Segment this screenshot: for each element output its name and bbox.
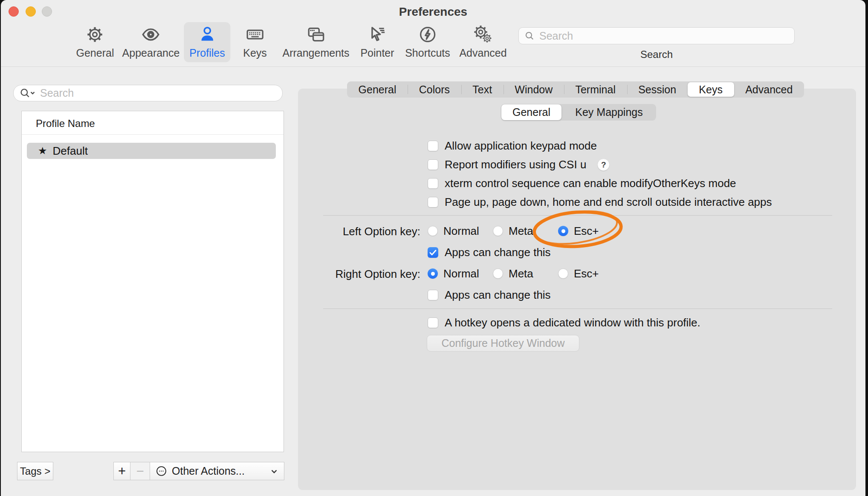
- right-option-normal[interactable]: Normal: [428, 268, 479, 280]
- configure-hotkey-window-button[interactable]: Configure Hotkey Window: [427, 335, 579, 352]
- subtab-general[interactable]: General: [501, 104, 561, 120]
- toolbar-label: Shortcuts: [405, 47, 450, 59]
- tab-keys[interactable]: Keys: [688, 82, 734, 97]
- remove-profile-button[interactable]: −: [130, 462, 150, 480]
- tab-session[interactable]: Session: [627, 81, 688, 98]
- toolbar-item-advanced[interactable]: Advanced: [454, 22, 512, 62]
- radio-icon-selected[interactable]: [558, 226, 568, 236]
- ellipsis-circle-icon: [156, 465, 167, 477]
- toolbar-item-appearance[interactable]: Appearance: [117, 22, 185, 62]
- toolbar-label: Profiles: [189, 47, 225, 59]
- tab-advanced[interactable]: Advanced: [734, 81, 804, 98]
- radio-icon[interactable]: [493, 268, 503, 279]
- toolbar-label: Pointer: [360, 47, 394, 59]
- toolbar-divider: [1, 66, 865, 67]
- checkbox-row: Apps can change this: [428, 289, 551, 301]
- tab-general[interactable]: General: [347, 81, 408, 98]
- section-divider: [323, 215, 832, 216]
- checkbox-label: Allow application keypad mode: [445, 139, 597, 153]
- section-divider: [323, 309, 832, 309]
- search-icon: [524, 30, 535, 42]
- other-actions-dropdown[interactable]: Other Actions...: [150, 462, 284, 480]
- csi-u-checkbox[interactable]: [428, 159, 438, 170]
- tab-window[interactable]: Window: [503, 81, 564, 98]
- toolbar-search-input[interactable]: [539, 30, 789, 42]
- allow-keypad-checkbox[interactable]: [428, 141, 438, 151]
- right-option-meta[interactable]: Meta: [493, 268, 533, 280]
- toolbar-item-general[interactable]: General: [71, 22, 120, 62]
- subtab-key-mappings[interactable]: Key Mappings: [562, 104, 656, 121]
- checkbox-label: xterm control sequence can enable modify…: [445, 177, 736, 190]
- checkbox-label: A hotkey opens a dedicated window with t…: [445, 316, 700, 329]
- radio-icon[interactable]: [428, 226, 438, 236]
- tab-colors[interactable]: Colors: [408, 81, 461, 98]
- keys-subtab-bar: General Key Mappings: [501, 104, 656, 121]
- right-option-key-label: Right Option key:: [274, 268, 420, 281]
- checkbox-label: Apps can change this: [445, 288, 551, 302]
- checkbox-row: Apps can change this: [428, 246, 551, 259]
- left-option-meta[interactable]: Meta: [493, 225, 533, 237]
- toolbar-item-shortcuts[interactable]: Shortcuts: [399, 22, 456, 62]
- page-scroll-checkbox[interactable]: [428, 197, 438, 208]
- radio-icon[interactable]: [558, 268, 568, 279]
- radio-label: Meta: [509, 225, 533, 238]
- preferences-window: Preferences General Appearance Profiles …: [1, 0, 865, 496]
- toolbar-item-pointer[interactable]: Pointer: [355, 22, 399, 62]
- toolbar-label: Arrangements: [282, 47, 349, 59]
- left-option-esc[interactable]: Esc+: [558, 225, 599, 237]
- radio-icon[interactable]: [493, 226, 503, 236]
- checkbox-row: Report modifiers using CSI u ?: [428, 159, 610, 171]
- checkbox-label: Apps can change this: [445, 246, 551, 259]
- profile-row-default[interactable]: ★ Default: [27, 143, 276, 159]
- profile-search-input[interactable]: [40, 87, 277, 99]
- checkbox-label: Report modifiers using CSI u: [445, 158, 586, 171]
- cursor-icon: [367, 25, 387, 46]
- left-option-normal[interactable]: Normal: [428, 225, 479, 237]
- radio-label: Esc+: [574, 225, 599, 238]
- radio-label: Normal: [443, 225, 479, 238]
- profile-tab-bar: General Colors Text Window Terminal Sess…: [347, 81, 804, 98]
- toolbar-search-label: Search: [518, 49, 795, 61]
- radio-icon-selected[interactable]: [428, 268, 438, 279]
- toolbar-label: General: [76, 47, 114, 59]
- checkbox-label: Page up, page down, home and end scroll …: [445, 196, 772, 209]
- toolbar-item-keys[interactable]: Keys: [237, 22, 272, 62]
- toolbar-label: Appearance: [122, 47, 180, 59]
- tags-button[interactable]: Tags >: [17, 462, 53, 480]
- windows-icon: [306, 25, 326, 46]
- person-icon: [197, 25, 217, 46]
- right-option-esc[interactable]: Esc+: [558, 268, 599, 280]
- checkbox-row: Page up, page down, home and end scroll …: [428, 196, 772, 208]
- checkbox-row: Allow application keypad mode: [428, 140, 597, 152]
- help-button[interactable]: ?: [597, 159, 610, 171]
- add-profile-button[interactable]: +: [113, 462, 130, 480]
- list-header-divider: [22, 134, 284, 135]
- left-option-key-label: Left Option key:: [274, 225, 420, 238]
- profile-list-header: Profile Name: [36, 118, 95, 130]
- modify-other-keys-checkbox[interactable]: [428, 178, 438, 189]
- lightning-icon: [418, 25, 437, 46]
- chevron-down-icon: [269, 467, 279, 476]
- toolbar-item-arrangements[interactable]: Arrangements: [277, 22, 355, 62]
- toolbar-search-field[interactable]: [518, 27, 795, 44]
- right-apps-can-change-checkbox[interactable]: [428, 290, 438, 300]
- toolbar-label: Keys: [243, 47, 267, 59]
- profile-search-field[interactable]: [13, 85, 283, 101]
- search-menu-icon: [19, 87, 37, 99]
- toolbar-item-profiles[interactable]: Profiles: [184, 22, 230, 62]
- left-apps-can-change-checkbox[interactable]: [428, 247, 438, 258]
- tab-text[interactable]: Text: [461, 81, 503, 98]
- double-gear-icon: [473, 25, 493, 46]
- keyboard-icon: [245, 25, 265, 46]
- toolbar-label: Advanced: [459, 47, 506, 59]
- checkbox-row: xterm control sequence can enable modify…: [428, 177, 736, 190]
- radio-label: Meta: [509, 267, 533, 280]
- radio-label: Normal: [443, 267, 479, 280]
- profile-name: Default: [53, 144, 88, 158]
- checkbox-row: A hotkey opens a dedicated window with t…: [428, 317, 700, 329]
- profile-list: Profile Name ★ Default: [21, 111, 284, 452]
- radio-label: Esc+: [574, 267, 599, 280]
- eye-icon: [141, 25, 161, 46]
- hotkey-window-checkbox[interactable]: [428, 317, 438, 328]
- tab-terminal[interactable]: Terminal: [564, 81, 627, 98]
